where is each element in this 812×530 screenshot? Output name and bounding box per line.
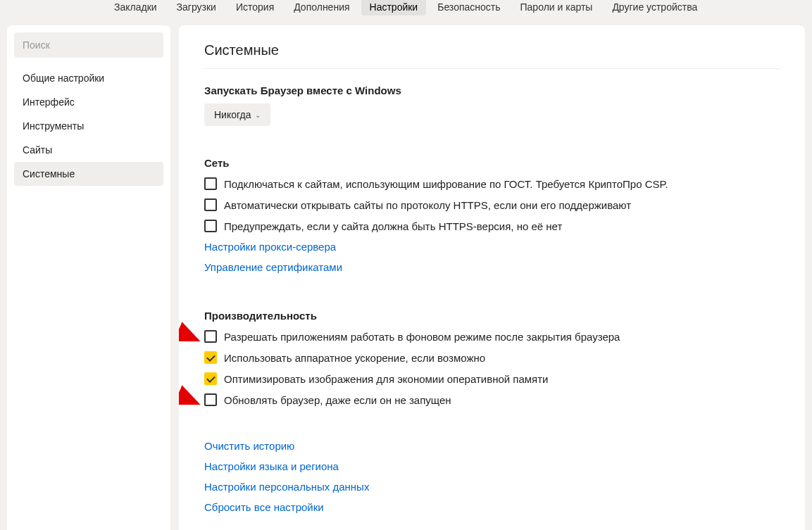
perf-opt-optimize-img: Оптимизировать изображения для экономии … (204, 372, 780, 385)
link-personal-data[interactable]: Настройки персональных данных (204, 481, 780, 493)
checkbox-gost[interactable] (204, 177, 217, 190)
checkbox-background-apps[interactable] (204, 330, 217, 343)
tab-settings[interactable]: Настройки (361, 0, 427, 15)
tab-security[interactable]: Безопасность (429, 0, 508, 15)
annotation-arrow-icon (179, 326, 203, 347)
sidebar: Общие настройки Интерфейс Инструменты Са… (7, 25, 170, 530)
checkbox-hw-accel[interactable] (204, 351, 217, 364)
performance-heading: Производительность (204, 310, 780, 322)
checkbox-https-auto[interactable] (204, 198, 217, 211)
startup-heading: Запускать Браузер вместе с Windows (204, 84, 780, 96)
perf-opt-background: Разрешать приложениям работать в фоновом… (204, 330, 780, 343)
checkbox-update-browser[interactable] (204, 393, 217, 406)
search-input[interactable] (14, 32, 163, 58)
tab-downloads[interactable]: Загрузки (168, 0, 225, 15)
tab-bookmarks[interactable]: Закладки (106, 0, 165, 15)
network-heading: Сеть (204, 157, 780, 169)
checkbox-label: Автоматически открывать сайты по протоко… (224, 199, 631, 211)
checkbox-optimize-images[interactable] (204, 372, 217, 385)
network-opt-https-auto: Автоматически открывать сайты по протоко… (204, 198, 780, 211)
sidebar-item-general[interactable]: Общие настройки (14, 66, 163, 90)
tab-passwords[interactable]: Пароли и карты (512, 0, 601, 15)
link-proxy-settings[interactable]: Настройки прокси-сервера (204, 241, 780, 253)
perf-opt-update: Обновлять браузер, даже если он не запущ… (204, 393, 780, 406)
divider (204, 68, 780, 69)
page-title: Системные (204, 42, 780, 58)
checkbox-label: Предупреждать, если у сайта должна быть … (224, 220, 562, 232)
checkbox-label: Разрешать приложениям работать в фоновом… (224, 331, 620, 343)
chevron-down-icon: ⌄ (255, 111, 261, 119)
annotation-arrow-icon (179, 389, 203, 410)
link-reset-settings[interactable]: Сбросить все настройки (204, 501, 780, 513)
main-content: Системные Запускать Браузер вместе с Win… (179, 25, 805, 530)
perf-opt-hwaccel: Использовать аппаратное ускорение, если … (204, 351, 780, 364)
link-language-region[interactable]: Настройки языка и региона (204, 460, 780, 472)
link-cert-management[interactable]: Управление сертификатами (204, 261, 780, 273)
network-opt-gost: Подключаться к сайтам, использующим шифр… (204, 177, 780, 190)
checkbox-label: Обновлять браузер, даже если он не запущ… (224, 394, 451, 406)
top-nav: Закладки Загрузки История Дополнения Нас… (0, 0, 812, 20)
startup-select[interactable]: Никогда ⌄ (204, 103, 270, 126)
tab-addons[interactable]: Дополнения (285, 0, 358, 15)
checkbox-label: Оптимизировать изображения для экономии … (224, 373, 548, 385)
tab-history[interactable]: История (227, 0, 282, 15)
sidebar-item-system[interactable]: Системные (14, 162, 163, 186)
link-clear-history[interactable]: Очистить историю (204, 440, 780, 452)
startup-select-value: Никогда (214, 109, 251, 120)
tab-devices[interactable]: Другие устройства (604, 0, 706, 15)
checkbox-label: Подключаться к сайтам, использующим шифр… (224, 178, 668, 190)
checkbox-label: Использовать аппаратное ускорение, если … (224, 352, 485, 364)
sidebar-item-tools[interactable]: Инструменты (14, 114, 163, 138)
checkbox-https-warn[interactable] (204, 220, 217, 232)
sidebar-item-sites[interactable]: Сайты (14, 138, 163, 162)
sidebar-item-interface[interactable]: Интерфейс (14, 90, 163, 114)
network-opt-https-warn: Предупреждать, если у сайта должна быть … (204, 220, 780, 232)
